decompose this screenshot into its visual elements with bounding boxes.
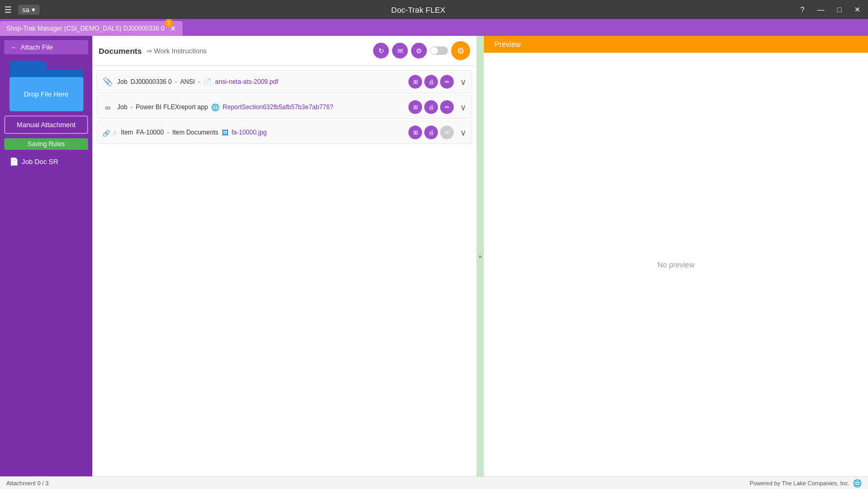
close-button[interactable]: ✕ <box>851 4 864 15</box>
preview-header: Preview <box>484 36 868 53</box>
doc-context: Item <box>121 129 133 136</box>
doc-type: ANSI <box>180 78 195 85</box>
powered-by-text: Powered by The Lake Companies, Inc. <box>750 480 850 486</box>
doc-type: Item Documents <box>172 129 218 136</box>
doc-sep2: - <box>198 78 200 85</box>
divider-panel[interactable]: » <box>476 36 484 476</box>
work-instructions-label: Work Instructions <box>154 47 207 55</box>
title-bar-left: ☰ sa ▾ <box>4 5 40 15</box>
arrow-left-icon: ← <box>11 43 17 51</box>
toggle-track[interactable] <box>430 46 448 55</box>
table-row: 📎 Job DJ00000336 0 - ANSI - 📄 ansi-neta-… <box>97 70 472 93</box>
attachment-count: Attachment 0 / 3 <box>6 480 49 486</box>
manual-attachment-label: Manual Attachment <box>17 121 75 129</box>
doc-info: Job - Power BI FLEXreport app 🌐 ReportSe… <box>117 103 404 111</box>
folder-front: Drop File Here <box>9 77 83 111</box>
job-doc-sr-button[interactable]: 📄 Job Doc SR <box>4 154 88 169</box>
documents-title: Documents <box>99 46 142 55</box>
attach-file-button[interactable]: ← Attach File <box>4 40 88 54</box>
tab-badge: 3 <box>165 19 173 27</box>
preview-panel: Preview No preview <box>484 36 868 476</box>
help-button[interactable]: ? <box>797 4 808 15</box>
doc-id: DJ00000336 0 <box>130 78 171 85</box>
maximize-button[interactable]: □ <box>834 4 845 15</box>
arrow-right-icon: ⇒ <box>146 47 152 55</box>
paperclip-icon: 📎 <box>102 77 113 87</box>
doc-actions: ⊞ 🖨 ✏ <box>408 100 454 114</box>
edit-button-3: ✏ <box>440 126 454 139</box>
toggle-knob <box>431 47 438 54</box>
settings-button[interactable]: ⚙ <box>411 43 427 59</box>
doc-icon: 📄 <box>9 157 18 166</box>
print-button-2[interactable]: 🖨 <box>424 100 438 114</box>
print-button-3[interactable]: 🖨 <box>424 126 438 139</box>
user-button[interactable]: sa ▾ <box>18 5 40 15</box>
main-layout: ← Attach File Drop File Here Manual Atta… <box>0 36 868 476</box>
print-button-1[interactable]: 🖨 <box>424 75 438 89</box>
doc-actions: ⊞ 🖨 ✏ <box>408 75 454 89</box>
tab-bar: 3 Shop-Trak Manager (CSI_DEMO_DALS) DJ00… <box>0 19 868 36</box>
doc-info: Item FA-10000 - Item Documents 🖼 fa-1000… <box>121 129 404 137</box>
table-row: ∞ Job - Power BI FLEXreport app 🌐 Report… <box>97 95 472 119</box>
status-bar: Attachment 0 / 3 Powered by The Lake Com… <box>0 476 868 489</box>
expand-arrow-icon: » <box>479 253 482 260</box>
sidebar: ← Attach File Drop File Here Manual Atta… <box>0 36 92 476</box>
filter-button[interactable]: ⚙ <box>451 41 470 60</box>
doc-context: Job <box>117 78 127 85</box>
manual-attachment-button[interactable]: Manual Attachment <box>4 116 88 134</box>
title-bar: ☰ sa ▾ Doc-Trak FLEX ? — □ ✕ <box>0 0 868 19</box>
main-tab[interactable]: 3 Shop-Trak Manager (CSI_DEMO_DALS) DJ00… <box>0 21 183 36</box>
no-preview-text: No preview <box>657 261 694 269</box>
doc-link[interactable]: ansi-neta-ats-2009.pdf <box>215 78 278 85</box>
saving-rules-label: Saving Rules <box>4 138 88 150</box>
pdf-icon: 📄 <box>203 78 212 86</box>
doc-link[interactable]: ReportSection632fb5afb57b3e7ab776? <box>223 103 333 111</box>
img-icon: 🖼 <box>222 129 228 137</box>
preview-body: No preview <box>484 53 868 476</box>
status-right: Powered by The Lake Companies, Inc. 🌐 <box>750 479 862 487</box>
doc-id: FA-10000 <box>136 129 164 136</box>
link-doc-icon: 🔗📄 <box>102 128 117 137</box>
drop-zone-label: Drop File Here <box>24 90 69 98</box>
doc-sep: - <box>167 129 169 136</box>
tab-label: Shop-Trak Manager (CSI_DEMO_DALS) DJ0000… <box>6 25 165 32</box>
edit-button-2[interactable]: ✏ <box>440 100 454 114</box>
toggle-switch[interactable] <box>430 46 448 55</box>
doc-type: Power BI FLEXreport app <box>136 103 208 111</box>
folder-tab <box>9 61 46 69</box>
saving-rules-text: Saving Rules <box>27 140 65 148</box>
drop-zone[interactable]: Drop File Here <box>9 59 83 111</box>
user-chevron-icon: ▾ <box>32 6 35 14</box>
documents-header: Documents ⇒ Work Instructions ↻ ✉ ⚙ ⚙ <box>92 36 476 66</box>
link-icon: ∞ <box>102 103 113 112</box>
hamburger-icon[interactable]: ☰ <box>4 5 12 15</box>
globe-icon: 🌐 <box>211 103 220 111</box>
table-row: 🔗📄 Item FA-10000 - Item Documents 🖼 fa-1… <box>97 121 472 144</box>
app-title: Doc-Trak FLEX <box>391 5 445 14</box>
preview-title: Preview <box>494 40 521 49</box>
email-button[interactable]: ✉ <box>392 43 408 59</box>
job-doc-sr-label: Job Doc SR <box>22 158 58 166</box>
minimize-button[interactable]: — <box>814 4 828 15</box>
refresh-button[interactable]: ↻ <box>373 43 389 59</box>
content-area: Documents ⇒ Work Instructions ↻ ✉ ⚙ ⚙ <box>92 36 476 476</box>
doc-link[interactable]: fa-10000.jpg <box>232 129 267 136</box>
expand-button-1[interactable]: ∨ <box>460 77 466 87</box>
grid-button-1[interactable]: ⊞ <box>408 75 422 89</box>
title-bar-right: ? — □ ✕ <box>797 4 864 15</box>
attach-file-label: Attach File <box>21 43 53 51</box>
header-icons: ↻ ✉ ⚙ ⚙ <box>373 41 470 60</box>
doc-sep: - <box>175 78 177 85</box>
expand-button-3[interactable]: ∨ <box>460 128 466 138</box>
expand-button-2[interactable]: ∨ <box>460 102 466 112</box>
user-label: sa <box>22 6 30 14</box>
doc-info: Job DJ00000336 0 - ANSI - 📄 ansi-neta-at… <box>117 78 404 86</box>
edit-button-1[interactable]: ✏ <box>440 75 454 89</box>
document-list: 📎 Job DJ00000336 0 - ANSI - 📄 ansi-neta-… <box>92 66 476 148</box>
grid-button-2[interactable]: ⊞ <box>408 100 422 114</box>
doc-sep: - <box>130 103 132 111</box>
doc-context: Job <box>117 103 127 111</box>
work-instructions-button[interactable]: ⇒ Work Instructions <box>146 47 207 55</box>
doc-actions: ⊞ 🖨 ✏ <box>408 126 454 139</box>
grid-button-3[interactable]: ⊞ <box>408 126 422 139</box>
